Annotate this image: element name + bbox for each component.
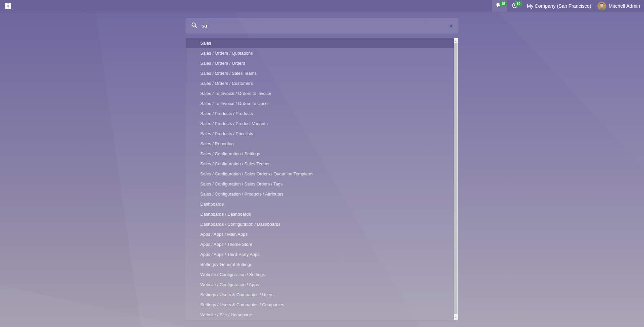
activities-menu-button[interactable]: 10 <box>507 0 522 12</box>
menu-result-item[interactable]: Sales / Products / Pricelists <box>186 129 454 139</box>
dropdown-scrollbar[interactable]: ▲ ▼ <box>454 38 458 320</box>
menu-result-item[interactable]: Settings / General Settings <box>186 260 454 270</box>
menu-result-item[interactable]: Sales <box>186 38 454 48</box>
user-menu[interactable]: Mitchell Admin <box>596 0 644 12</box>
menu-result-item[interactable]: Settings / Users & Companies / Users <box>186 290 454 300</box>
menu-result-item[interactable]: Sales / Products / Products <box>186 109 454 119</box>
menu-result-item[interactable]: Sales / Configuration / Sales Orders / Q… <box>186 169 454 179</box>
menu-result-item[interactable]: Apps / Apps / Third-Party Apps <box>186 250 454 260</box>
apps-menu-button[interactable] <box>0 0 16 12</box>
company-name: My Company (San Francisco) <box>527 3 591 9</box>
apps-grid-icon <box>5 3 11 9</box>
scroll-up-arrow-icon[interactable]: ▲ <box>454 38 458 43</box>
search-results-list: SalesSales / Orders / QuotationsSales / … <box>186 38 454 320</box>
menu-result-item[interactable]: Website / Site / Homepage <box>186 310 454 320</box>
menu-result-item[interactable]: Settings / Users & Companies / Companies <box>186 300 454 310</box>
menu-result-item[interactable]: Dashboards / Configuration / Dashboards <box>186 219 454 229</box>
search-icon <box>191 22 198 30</box>
systray: 15 10 My Company (San Francisco) <box>492 0 644 12</box>
clear-search-icon[interactable]: ✕ <box>449 23 453 29</box>
avatar <box>597 2 606 10</box>
menu-result-item[interactable]: Sales / Configuration / Sales Teams <box>186 159 454 169</box>
scrollbar-thumb[interactable] <box>454 43 458 314</box>
home-menu-overlay: ✕ SalesSales / Orders / QuotationsSales … <box>0 18 644 320</box>
menu-result-item[interactable]: Sales / Configuration / Products / Attri… <box>186 189 454 199</box>
menu-result-item[interactable]: Sales / To Invoice / Orders to Upsell <box>186 99 454 109</box>
menu-result-item[interactable]: Apps / Apps / Main Apps <box>186 229 454 239</box>
menu-result-item[interactable]: Sales / Orders / Sales Teams <box>186 68 454 78</box>
company-switcher[interactable]: My Company (San Francisco) <box>522 0 596 12</box>
menu-result-item[interactable]: Sales / Orders / Customers <box>186 78 454 89</box>
scroll-down-arrow-icon[interactable]: ▼ <box>454 315 458 320</box>
messages-count-badge: 15 <box>500 1 507 6</box>
menu-result-item[interactable]: Apps / Apps / Theme Store <box>186 239 454 250</box>
top-navbar: 15 10 My Company (San Francisco) <box>0 0 644 12</box>
user-name: Mitchell Admin <box>609 3 640 9</box>
menu-result-item[interactable]: Sales / Reporting <box>186 139 454 149</box>
text-caret <box>207 22 207 29</box>
menu-result-item[interactable]: Sales / Configuration / Settings <box>186 149 454 159</box>
menu-result-item[interactable]: Website / Configuration / Settings <box>186 270 454 280</box>
menu-result-item[interactable]: Dashboards / Dashboards <box>186 209 454 219</box>
menu-result-item[interactable]: Sales / Orders / Orders <box>186 58 454 68</box>
menu-result-item[interactable]: Sales / Orders / Quotations <box>186 48 454 58</box>
home-menu-search-box[interactable]: ✕ <box>185 18 459 34</box>
menu-result-item[interactable]: Sales / Products / Product Variants <box>186 119 454 129</box>
menu-result-item[interactable]: Sales / To Invoice / Orders to Invoice <box>186 89 454 99</box>
menu-result-item[interactable]: Website / Configuration / Apps <box>186 280 454 290</box>
menu-result-item[interactable]: Dashboards <box>186 199 454 209</box>
menu-result-item[interactable]: Sales / Configuration / Sales Orders / T… <box>186 179 454 189</box>
search-results-dropdown: SalesSales / Orders / QuotationsSales / … <box>186 38 458 320</box>
messages-menu-button[interactable]: 15 <box>492 0 507 12</box>
search-input[interactable] <box>202 23 445 29</box>
activities-count-badge: 10 <box>515 1 522 6</box>
